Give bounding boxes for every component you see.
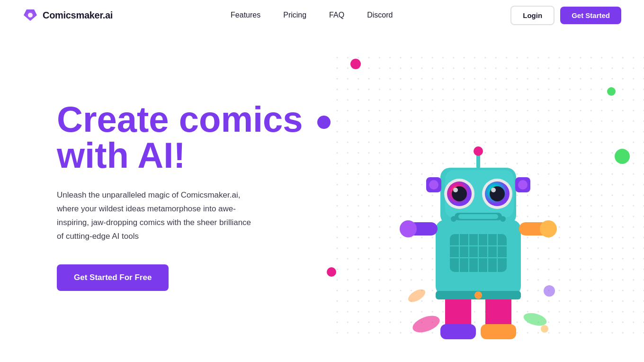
- nav-pricing[interactable]: Pricing: [283, 11, 306, 19]
- svg-point-43: [500, 216, 506, 222]
- ball-green-right: [615, 149, 630, 164]
- svg-point-29: [518, 180, 528, 190]
- svg-rect-31: [458, 214, 498, 219]
- cta-button[interactable]: Get Started For Free: [57, 264, 169, 291]
- login-button[interactable]: Login: [510, 6, 555, 25]
- header-actions: Login Get Started: [510, 6, 621, 25]
- svg-point-42: [451, 216, 456, 222]
- ball-pink-top: [350, 59, 361, 69]
- brand-name: Comicsmaker.ai: [43, 10, 113, 21]
- svg-point-27: [429, 180, 438, 190]
- svg-point-41: [474, 291, 482, 299]
- svg-point-33: [400, 220, 417, 237]
- hero-title-line2: with AI!: [57, 137, 350, 173]
- nav-features[interactable]: Features: [231, 11, 260, 19]
- hero-section: Create comics with AI! Unleash the unpar…: [0, 30, 644, 362]
- main-nav: Features Pricing FAQ Discord: [231, 11, 393, 19]
- svg-point-25: [474, 146, 483, 156]
- svg-point-19: [453, 188, 458, 192]
- svg-point-48: [541, 325, 548, 333]
- svg-point-47: [544, 285, 555, 297]
- hero-content: Create comics with AI! Unleash the unpar…: [57, 101, 350, 291]
- get-started-header-button[interactable]: Get Started: [560, 7, 621, 24]
- logo-icon: [23, 8, 38, 23]
- hero-title-create: Create: [57, 99, 169, 139]
- hero-illustration: [313, 30, 644, 362]
- nav-faq[interactable]: FAQ: [329, 11, 344, 19]
- robot-illustration: [384, 125, 573, 353]
- svg-point-35: [540, 220, 557, 237]
- hero-description: Unleash the unparalleled magic of Comics…: [57, 189, 256, 244]
- svg-point-46: [406, 287, 428, 304]
- svg-point-44: [411, 313, 442, 336]
- hero-title: Create comics with AI!: [57, 101, 350, 173]
- nav-discord[interactable]: Discord: [367, 11, 393, 19]
- ball-green-small: [607, 87, 616, 96]
- logo[interactable]: Comicsmaker.ai: [23, 8, 113, 23]
- svg-rect-38: [440, 324, 476, 339]
- svg-rect-39: [481, 324, 516, 339]
- svg-point-23: [491, 188, 496, 192]
- hero-title-comics: comics: [179, 99, 303, 139]
- svg-point-2: [28, 13, 33, 18]
